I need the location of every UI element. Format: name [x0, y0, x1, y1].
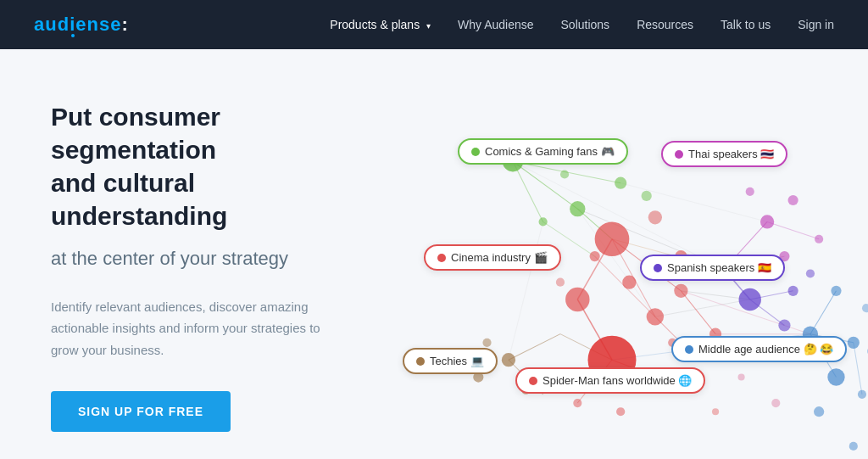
- svg-point-85: [712, 408, 719, 415]
- svg-point-45: [595, 221, 630, 256]
- nav-resources[interactable]: Resources: [637, 18, 693, 31]
- svg-point-83: [738, 373, 745, 380]
- left-section: Put consumer segmentation and cultural u…: [0, 49, 356, 459]
- dot-middle-age: [685, 345, 693, 354]
- svg-point-46: [648, 210, 662, 224]
- label-text-comics-gaming: Comics & Gaming fans 🎮: [485, 145, 615, 158]
- dropdown-arrow: ▾: [426, 21, 431, 31]
- svg-point-84: [771, 399, 780, 407]
- nav-talk-to-us[interactable]: Talk to us: [721, 18, 771, 31]
- label-text-cinema-industry: Cinema industry 🎬: [451, 251, 548, 264]
- svg-line-35: [620, 183, 767, 222]
- svg-point-52: [674, 284, 687, 298]
- label-spider-man: Spider-Man fans worldwide 🌐: [515, 367, 705, 394]
- nav-links: Products & plans ▾ Why Audiense Solution…: [330, 17, 771, 32]
- logo: audiense:: [34, 14, 129, 36]
- svg-line-24: [509, 334, 560, 361]
- dot-spider-man: [529, 377, 537, 385]
- nav-solutions[interactable]: Solutions: [561, 18, 610, 31]
- svg-point-76: [849, 442, 858, 451]
- hero-subtitle: at the center of your strategy: [51, 246, 322, 272]
- hero-description: Identify relevant audiences, discover am…: [51, 296, 322, 361]
- svg-line-16: [767, 221, 819, 238]
- label-text-spanish-speakers: Spanish speakers 🇪🇸: [667, 261, 771, 274]
- svg-point-41: [615, 177, 626, 189]
- svg-point-69: [806, 269, 815, 277]
- label-cinema-industry: Cinema industry 🎬: [424, 244, 561, 271]
- svg-point-79: [502, 353, 515, 367]
- nav-signin[interactable]: Sign in: [798, 18, 834, 31]
- svg-point-44: [642, 191, 652, 201]
- svg-line-30: [655, 299, 750, 316]
- dot-cinema-industry: [437, 254, 446, 262]
- hero-title: Put consumer segmentation and cultural u…: [51, 100, 322, 232]
- dot-techies: [416, 357, 425, 366]
- svg-point-43: [560, 170, 569, 178]
- svg-point-58: [616, 407, 625, 416]
- svg-point-82: [482, 339, 491, 347]
- svg-point-63: [746, 188, 754, 196]
- nav-products-plans[interactable]: Products & plans ▾: [330, 18, 431, 31]
- signup-button[interactable]: SIGN UP FOR FREE: [51, 391, 231, 432]
- svg-line-23: [854, 343, 862, 395]
- svg-point-64: [788, 195, 798, 205]
- dot-thai-speakers: [675, 150, 683, 159]
- dot-comics-gaming: [471, 148, 480, 156]
- svg-point-60: [760, 215, 774, 228]
- svg-line-7: [681, 291, 715, 334]
- svg-point-71: [831, 286, 841, 296]
- navbar: audiense: Products & plans ▾ Why Audiens…: [0, 0, 868, 49]
- svg-point-73: [827, 368, 844, 385]
- label-text-techies: Techies 💻: [430, 355, 484, 367]
- svg-point-65: [739, 288, 761, 311]
- label-text-spider-man: Spider-Man fans worldwide 🌐: [542, 374, 692, 387]
- svg-line-36: [509, 221, 543, 360]
- svg-point-66: [788, 286, 798, 296]
- dot-spanish-speakers: [654, 264, 662, 272]
- svg-point-50: [565, 288, 589, 311]
- svg-point-74: [858, 390, 866, 399]
- svg-point-77: [862, 304, 868, 312]
- nav-why-audiense[interactable]: Why Audiense: [458, 18, 534, 31]
- label-text-thai-speakers: Thai speakers 🇹🇭: [688, 148, 774, 160]
- svg-point-72: [848, 337, 860, 349]
- svg-point-62: [815, 235, 823, 243]
- main-content: Put consumer segmentation and cultural u…: [0, 49, 868, 459]
- svg-point-49: [622, 276, 636, 289]
- label-middle-age: Middle age audience 🤔 😂: [671, 336, 847, 362]
- label-techies: Techies 💻: [403, 348, 498, 374]
- svg-point-75: [814, 406, 824, 417]
- svg-point-51: [647, 308, 664, 325]
- svg-point-42: [539, 217, 548, 226]
- svg-point-87: [556, 278, 565, 287]
- svg-line-0: [513, 161, 577, 209]
- svg-point-67: [778, 319, 790, 331]
- label-text-middle-age: Middle age audience 🤔 😂: [698, 343, 833, 355]
- svg-point-48: [590, 251, 600, 261]
- label-thai-speakers: Thai speakers 🇹🇭: [661, 141, 787, 167]
- label-spanish-speakers: Spanish speakers 🇪🇸: [640, 255, 785, 281]
- svg-point-57: [573, 399, 581, 407]
- svg-point-40: [570, 201, 585, 216]
- network-visualization: Comics & Gaming fans 🎮 Thai speakers 🇹🇭 …: [356, 49, 868, 459]
- label-comics-gaming: Comics & Gaming fans 🎮: [458, 138, 628, 165]
